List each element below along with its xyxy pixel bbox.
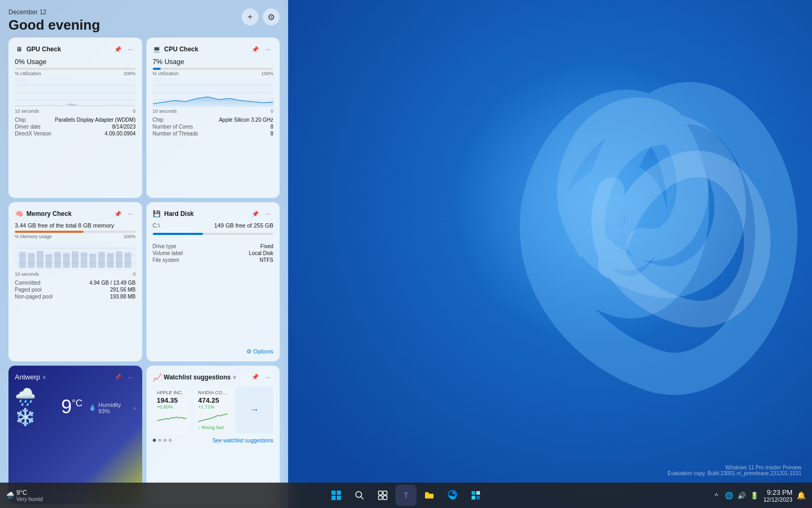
notification-bell[interactable]: 🔔 bbox=[797, 491, 806, 500]
start-button[interactable] bbox=[326, 485, 347, 506]
windows-info-line2: Evaluation copy. Build 23001.ni_prerelea… bbox=[668, 470, 801, 476]
cpu-pin-button[interactable]: 📌 bbox=[250, 44, 261, 55]
search-button[interactable] bbox=[349, 485, 370, 506]
cpu-title-row: 💻 CPU Check bbox=[153, 45, 199, 53]
tray-network[interactable]: 🌐 bbox=[724, 491, 734, 500]
svg-rect-42 bbox=[476, 496, 480, 500]
gpu-time-end: 0 bbox=[133, 108, 135, 114]
svg-rect-28 bbox=[331, 491, 336, 495]
cpu-chart bbox=[153, 78, 274, 107]
stock-items: APPLE INC. 194.35 +0.60% NVIDIA CORPO...… bbox=[153, 387, 274, 433]
gpu-widget: 🖥 GPU Check 📌 ··· 0% Usage % Utilization… bbox=[8, 38, 142, 198]
tray-battery[interactable]: 🔋 bbox=[750, 491, 759, 500]
memory-pin-button[interactable]: 📌 bbox=[113, 208, 123, 219]
stock-nvidia-trend: ↑ Rising fast bbox=[198, 425, 228, 430]
watchlist-trend-icon: 📈 bbox=[153, 373, 162, 382]
watchlist-more-button[interactable]: ··· bbox=[263, 372, 273, 383]
watchlist-dot-4[interactable] bbox=[169, 439, 172, 442]
taskbar-weather-info: 9°C Very humid bbox=[16, 489, 43, 502]
taskbar-left: 🌧️ 9°C Very humid bbox=[6, 489, 43, 502]
harddisk-options-button[interactable]: ⚙ Options bbox=[246, 348, 273, 355]
watchlist-dot-2[interactable] bbox=[158, 439, 161, 442]
svg-rect-37 bbox=[383, 496, 387, 500]
watchlist-dot-3[interactable] bbox=[163, 439, 167, 442]
harddisk-more-button[interactable]: ··· bbox=[263, 208, 273, 219]
gpu-time-start: 10 seconds bbox=[15, 108, 39, 114]
tray-volume[interactable]: 🔊 bbox=[737, 491, 746, 500]
panel-header: December 12 Good evening bbox=[8, 8, 280, 33]
gpu-driver-value: 8/14/2023 bbox=[112, 124, 136, 130]
files-button[interactable] bbox=[419, 485, 440, 506]
weather-more-button[interactable]: ··· bbox=[125, 372, 136, 383]
add-widget-button[interactable]: + bbox=[242, 8, 259, 25]
gpu-widget-header: 🖥 GPU Check 📌 ··· bbox=[15, 44, 136, 55]
gpu-pin-button[interactable]: 📌 bbox=[113, 44, 123, 55]
taskbar-weather[interactable]: 🌧️ 9°C Very humid bbox=[6, 489, 43, 502]
weather-expand-icon: ∨ bbox=[42, 374, 46, 380]
memory-title-row: 🧠 Memory Check bbox=[15, 210, 71, 218]
watchlist-dot-1[interactable] bbox=[153, 439, 156, 442]
harddisk-path: C:\ bbox=[153, 222, 160, 230]
stock-item-nvidia[interactable]: NVIDIA CORPO... 474.25 +1.71% ↑ Rising f… bbox=[194, 387, 232, 433]
gpu-more-button[interactable]: ··· bbox=[125, 44, 136, 55]
cpu-cores-row: Number of Cores 8 bbox=[153, 124, 274, 130]
harddisk-options-row: ⚙ Options bbox=[153, 346, 274, 355]
teams-button[interactable]: T bbox=[395, 485, 417, 506]
memory-committed-value: 4.94 GB / 13.49 GB bbox=[89, 280, 135, 286]
memory-nonpaged-row: Non-paged pool 193.88 MB bbox=[15, 294, 136, 300]
cpu-cores-label: Number of Cores bbox=[153, 124, 193, 130]
stock-item-apple[interactable]: APPLE INC. 194.35 +0.60% bbox=[153, 387, 191, 433]
gpu-usage: 0% Usage bbox=[15, 58, 136, 66]
weather-humidity-arrow: › bbox=[134, 405, 136, 411]
weather-pin-button[interactable]: 📌 bbox=[113, 372, 123, 383]
cpu-widget-header: 💻 CPU Check 📌 ··· bbox=[153, 44, 274, 55]
cpu-time-start: 10 seconds bbox=[153, 108, 177, 114]
gpu-directx-label: DirectX Version bbox=[15, 131, 51, 137]
cpu-chip-value: Apple Silicon 3.20 GHz bbox=[219, 117, 273, 123]
svg-rect-18 bbox=[45, 254, 52, 268]
stock-apple-name: APPLE INC. bbox=[157, 390, 187, 395]
cpu-time-end: 0 bbox=[271, 108, 273, 114]
harddisk-title-row: 💾 Hard Disk bbox=[153, 210, 194, 218]
stock-nvidia-chart bbox=[198, 411, 228, 424]
settings-button[interactable]: ⚙ bbox=[263, 8, 280, 25]
taskbar-clock[interactable]: 9:23 PM 12/12/2023 bbox=[763, 488, 792, 503]
watchlist-suggest-button[interactable]: See watchlist suggestions bbox=[213, 438, 273, 443]
cpu-more-button[interactable]: ··· bbox=[263, 44, 273, 55]
watchlist-pin-button[interactable]: 📌 bbox=[250, 372, 261, 383]
svg-rect-19 bbox=[54, 252, 61, 268]
stock-item-more[interactable]: → bbox=[235, 387, 273, 433]
memory-time-end: 0 bbox=[133, 271, 135, 277]
cpu-controls: 📌 ··· bbox=[250, 44, 273, 55]
edge-button[interactable] bbox=[442, 485, 463, 506]
gpu-chip-value: Parallels Display Adapter (WDDM) bbox=[55, 117, 136, 123]
memory-nonpaged-label: Non-paged pool bbox=[15, 294, 52, 300]
svg-rect-23 bbox=[89, 253, 96, 268]
weather-humidity-area: 💧 Humidity 93% › bbox=[89, 400, 136, 414]
svg-rect-1 bbox=[15, 78, 136, 107]
cpu-progress-labels: % Utilization 100% bbox=[153, 71, 274, 76]
harddisk-pin-button[interactable]: 📌 bbox=[250, 208, 261, 219]
panel-date: December 12 bbox=[8, 8, 280, 16]
svg-rect-27 bbox=[125, 252, 131, 268]
harddisk-free: 149 GB free of 255 GB bbox=[214, 222, 273, 229]
svg-rect-24 bbox=[98, 252, 105, 268]
memory-title: Memory Check bbox=[26, 210, 71, 217]
weather-humidity: 💧 Humidity 93% › bbox=[89, 402, 136, 414]
weather-header: Antwerp ∨ 📌 ··· bbox=[15, 372, 136, 383]
taskbar-weather-desc: Very humid bbox=[16, 496, 43, 502]
gpu-controls: 📌 ··· bbox=[113, 44, 136, 55]
svg-rect-35 bbox=[383, 491, 387, 495]
store-button[interactable] bbox=[465, 485, 486, 506]
cpu-title: CPU Check bbox=[164, 46, 199, 53]
cpu-threads-value: 8 bbox=[270, 131, 273, 137]
memory-more-button[interactable]: ··· bbox=[125, 208, 136, 219]
svg-rect-38 bbox=[425, 494, 433, 498]
tray-arrow[interactable]: ^ bbox=[712, 491, 721, 500]
gpu-progress-labels: % Utilization 100% bbox=[15, 71, 136, 76]
harddisk-progress-bg bbox=[153, 233, 274, 235]
cpu-utilization-max: 100% bbox=[261, 71, 273, 76]
watchlist-expand-icon: ∨ bbox=[233, 374, 236, 380]
cpu-usage: 7% Usage bbox=[153, 58, 274, 66]
taskview-button[interactable] bbox=[372, 485, 393, 506]
